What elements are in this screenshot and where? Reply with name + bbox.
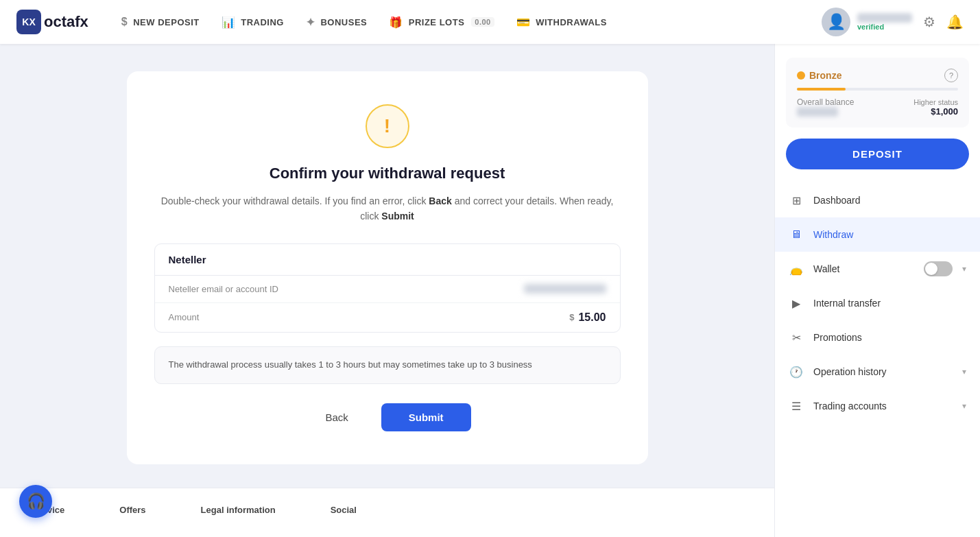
- avatar-wrap: 👤 verified: [822, 8, 912, 36]
- notice-box: The withdrawal process usually takes 1 t…: [154, 346, 621, 384]
- logo-text: octafx: [44, 13, 88, 31]
- prize-lots-badge: 0.00: [471, 17, 494, 27]
- amount-row: Amount $ 15.00: [155, 303, 620, 332]
- sidebar-label-trading-accounts: Trading accounts: [813, 401, 953, 411]
- nav-label-trading: TRADING: [241, 17, 284, 27]
- progress-bar-container: [797, 88, 958, 91]
- user-info: verified: [857, 13, 912, 31]
- footer: Service Offers Legal information Social: [0, 488, 774, 537]
- footer-offers-label: Offers: [119, 505, 145, 515]
- wallet-icon: 👝: [789, 261, 804, 276]
- amount-value: $ 15.00: [569, 311, 606, 324]
- bronze-dot: [797, 71, 805, 80]
- internal-transfer-icon: ▶: [789, 296, 804, 311]
- nav-label-prize-lots: PRIZE LOTS: [409, 17, 465, 27]
- email-label: Neteller email or account ID: [169, 284, 278, 294]
- withdraw-icon: 🖥: [789, 227, 804, 242]
- details-box: Neteller Neteller email or account ID Am…: [154, 243, 621, 333]
- content-area: ! Confirm your withdrawal request Double…: [0, 44, 774, 537]
- card-title: Confirm your withdrawal request: [154, 165, 621, 182]
- bell-icon[interactable]: 🔔: [946, 14, 964, 30]
- nav-label-bonuses: BONUSES: [320, 17, 367, 27]
- deposit-icon: $: [121, 16, 128, 28]
- gear-icon[interactable]: ⚙: [923, 14, 935, 30]
- prize-lots-icon: 🎁: [389, 16, 403, 29]
- submit-text: Submit: [381, 211, 414, 222]
- higher-status-col: Higher status $1,000: [913, 98, 958, 117]
- amount-currency: $: [569, 312, 574, 322]
- nav-item-prize-lots[interactable]: 🎁 PRIZE LOTS 0.00: [389, 16, 494, 29]
- avatar: 👤: [822, 8, 850, 36]
- amount-label: Amount: [169, 312, 200, 322]
- trading-accounts-icon: ☰: [789, 398, 804, 414]
- help-icon[interactable]: ?: [944, 69, 958, 82]
- wallet-chevron: ▾: [962, 264, 966, 274]
- sidebar-item-wallet[interactable]: 👝 Wallet ▾: [775, 252, 980, 286]
- main-layout: ! Confirm your withdrawal request Double…: [0, 44, 980, 537]
- deposit-button[interactable]: DEPOSIT: [786, 139, 969, 169]
- button-row: Back Submit: [154, 403, 621, 431]
- logo-icon: KX: [16, 10, 41, 34]
- trading-accounts-chevron: ▾: [962, 401, 966, 411]
- sidebar-label-dashboard: Dashboard: [813, 195, 966, 206]
- header: KX octafx $ NEW DEPOSIT 📊 TRADING ✦ BONU…: [0, 0, 980, 44]
- sidebar-item-dashboard[interactable]: ⊞ Dashboard: [775, 183, 980, 217]
- sidebar-item-operation-history[interactable]: 🕐 Operation history ▾: [775, 355, 980, 389]
- amount-number: 15.00: [578, 311, 606, 324]
- nav-item-new-deposit[interactable]: $ NEW DEPOSIT: [121, 16, 200, 28]
- sidebar-item-internal-transfer[interactable]: ▶ Internal transfer: [775, 286, 980, 320]
- wallet-toggle[interactable]: [924, 261, 953, 276]
- operation-history-chevron: ▾: [962, 367, 966, 377]
- withdrawal-confirm-card: ! Confirm your withdrawal request Double…: [127, 71, 648, 464]
- promotions-icon: ✂: [789, 330, 804, 345]
- nav-item-trading[interactable]: 📊 TRADING: [222, 16, 284, 29]
- footer-social-label: Social: [331, 505, 357, 515]
- sidebar-label-promotions: Promotions: [813, 332, 966, 343]
- balance-row: Overall balance Higher status $1,000: [797, 97, 958, 117]
- sidebar-item-trading-accounts[interactable]: ☰ Trading accounts ▾: [775, 389, 980, 423]
- nav-label-withdrawals: WITHDRAWALS: [536, 17, 607, 27]
- footer-col-legal: Legal information: [201, 505, 276, 521]
- subtitle-part1: Double-check your withdrawal details. If…: [161, 195, 427, 206]
- progress-bar-fill: [797, 88, 846, 91]
- card-subtitle: Double-check your withdrawal details. If…: [154, 193, 621, 224]
- trading-icon: 📊: [222, 16, 236, 29]
- footer-col-social: Social: [331, 505, 357, 521]
- status-top: Bronze ?: [797, 69, 958, 82]
- email-row: Neteller email or account ID: [155, 276, 620, 303]
- support-button[interactable]: 🎧: [19, 485, 52, 518]
- sidebar-item-promotions[interactable]: ✂ Promotions: [775, 320, 980, 355]
- higher-status-value: $1,000: [913, 106, 958, 117]
- header-right: 👤 verified ⚙ 🔔: [822, 8, 964, 36]
- sidebar-label-internal-transfer: Internal transfer: [813, 298, 966, 309]
- withdrawals-icon: 💳: [516, 16, 531, 29]
- submit-button[interactable]: Submit: [381, 403, 471, 431]
- bonuses-icon: ✦: [306, 16, 315, 29]
- sidebar-label-withdraw: Withdraw: [813, 229, 966, 240]
- warning-icon: !: [366, 104, 409, 148]
- status-card: Bronze ? Overall balance Higher status $…: [786, 58, 969, 128]
- nav-item-bonuses[interactable]: ✦ BONUSES: [306, 16, 367, 29]
- logo[interactable]: KX octafx: [16, 10, 88, 34]
- footer-legal-label: Legal information: [201, 505, 276, 515]
- back-text: Back: [429, 195, 451, 206]
- higher-status-label: Higher status: [913, 98, 958, 106]
- sidebar-label-operation-history: Operation history: [813, 366, 953, 377]
- balance-label: Overall balance: [797, 97, 854, 107]
- sidebar-item-withdraw[interactable]: 🖥 Withdraw: [775, 217, 980, 252]
- back-button[interactable]: Back: [303, 403, 370, 431]
- dashboard-icon: ⊞: [789, 193, 804, 208]
- notice-text: The withdrawal process usually takes 1 t…: [169, 359, 532, 370]
- payment-method-header: Neteller: [155, 244, 620, 276]
- bronze-label: Bronze: [809, 70, 841, 81]
- sidebar: Bronze ? Overall balance Higher status $…: [774, 44, 980, 537]
- footer-col-offers: Offers: [119, 505, 145, 521]
- operation-history-icon: 🕐: [789, 364, 804, 379]
- bronze-badge: Bronze: [797, 70, 841, 81]
- nav-item-withdrawals[interactable]: 💳 WITHDRAWALS: [516, 16, 607, 29]
- sidebar-nav: ⊞ Dashboard 🖥 Withdraw 👝 Wallet ▾ ▶ Inte…: [775, 183, 980, 523]
- nav-label-new-deposit: NEW DEPOSIT: [133, 17, 200, 27]
- sidebar-label-wallet: Wallet: [813, 263, 914, 274]
- verified-badge: verified: [857, 23, 912, 31]
- user-name: [857, 13, 912, 23]
